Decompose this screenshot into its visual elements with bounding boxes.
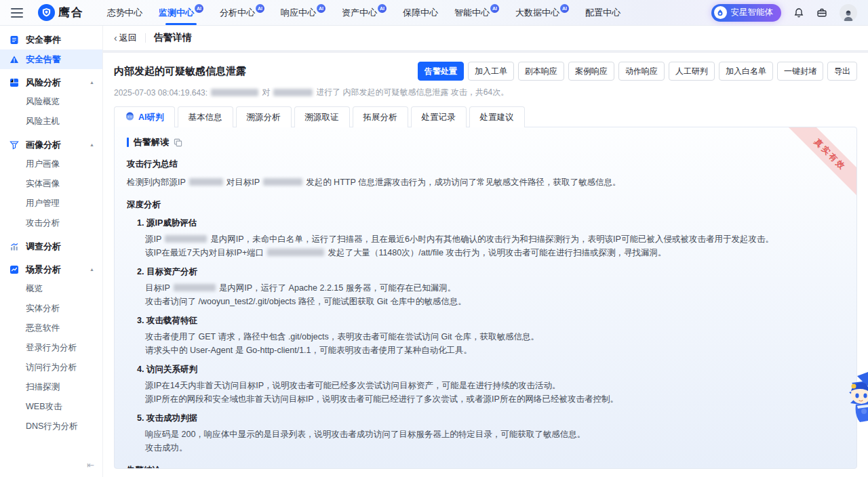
tab-ai-judgement[interactable]: AI研判 (114, 106, 175, 127)
redacted-target-ip (263, 178, 302, 186)
bar-chart-icon (9, 242, 20, 251)
tab-trace-evidence[interactable]: 溯源取证 (294, 106, 350, 127)
sidebar-item-entity-analysis[interactable]: 实体分析 (0, 299, 102, 318)
chevron-up-icon: ▲ (90, 80, 94, 85)
sidebar-item-entity-profile[interactable]: 实体画像 (0, 174, 102, 194)
brand-name: 鹰合 (58, 5, 84, 20)
case-response-button[interactable]: 案例响应 (568, 62, 614, 81)
chevron-up-icon: ▲ (90, 142, 94, 147)
analysis-line: 攻击者使用了 GET 请求，路径中包含 .git/objects，表明攻击者可能… (145, 331, 844, 344)
trend-box-icon (9, 265, 20, 274)
redacted-target-ip (273, 89, 313, 96)
alert-triangle-icon (9, 55, 20, 64)
tab-handling-record[interactable]: 处置记录 (411, 106, 467, 127)
notification-bell-icon[interactable] (793, 7, 804, 18)
analysis-line: 源IP所在的网段和安全域也非首天访问目标IP，说明攻击者可能已经进行了多次尝试，… (145, 393, 844, 407)
top-nav-items: 态势中心 监测中心AI 分析中心AI 响应中心AI 资产中心AI 保障中心 智能… (107, 0, 620, 25)
analysis-item: 1. 源IP威胁评估 源IP是内网IP，未命中白名单，运行了扫描器，且在最近6小… (137, 217, 844, 260)
sidebar-item-dns-behavior[interactable]: DNS行为分析 (0, 417, 102, 436)
analysis-line: 源IP是内网IP，未命中白名单，运行了扫描器，且在最近6小时内有其他确认的攻击行… (145, 233, 844, 247)
ai-badge-icon: AI (256, 4, 264, 13)
sidebar-group-scenario-analysis[interactable]: 场景分析▲ (0, 260, 102, 279)
sidebar-item-security-alerts[interactable]: 安全告警 (0, 49, 102, 69)
sidebar-item-user-profile[interactable]: 用户画像 (0, 154, 102, 174)
top-navbar: 鹰合 态势中心 监测中心AI 分析中心AI 响应中心AI 资产中心AI 保障中心… (0, 0, 868, 26)
page-title: 告警详情 (154, 32, 192, 44)
sidebar-item-login-behavior[interactable]: 登录行为分析 (0, 338, 102, 358)
nav-item-bigdata[interactable]: 大数据中心AI (515, 0, 569, 25)
sidebar-item-risk-hosts[interactable]: 风险主机 (0, 112, 102, 131)
sidebar-group-risk-analysis[interactable]: 风险分析▲ (0, 72, 102, 92)
chevron-up-icon: ▲ (90, 267, 94, 272)
main-area: ‹返回 告警详情 内部发起的可疑敏感信息泄露 告警处置 加入工单 剧本响应 案例… (103, 26, 868, 477)
detail-tabs: AI研判 基本信息 溯源分析 溯源取证 拓展分析 处置记录 处置建议 (114, 106, 857, 127)
alert-summary-line: 2025-07-03 08:04:19.643: 对 进行了 内部发起的可疑敏感… (114, 87, 857, 98)
tab-extended-analysis[interactable]: 拓展分析 (353, 106, 408, 127)
handle-alert-button[interactable]: 告警处置 (418, 62, 464, 81)
nav-item-analysis[interactable]: 分析中心AI (220, 0, 264, 25)
action-response-button[interactable]: 动作响应 (618, 62, 665, 81)
add-whitelist-button[interactable]: 加入白名单 (719, 62, 773, 81)
section-marker (127, 138, 129, 147)
analysis-line: 目标IP是内网IP，运行了 Apache 2.2.15 服务器，可能存在已知漏洞… (145, 282, 844, 295)
one-click-block-button[interactable]: 一键封堵 (777, 62, 823, 81)
copy-icon[interactable] (174, 138, 182, 147)
analysis-item: 3. 攻击载荷特征 攻击者使用了 GET 请求，路径中包含 .git/objec… (137, 315, 844, 357)
sidebar-item-access-behavior[interactable]: 访问行为分析 (0, 358, 102, 377)
analysis-line: 攻击成功。 (145, 442, 844, 455)
funnel-icon (9, 140, 20, 150)
user-avatar[interactable] (840, 4, 857, 22)
analysis-item: 5. 攻击成功判据 响应码是 200，响应体中显示的是目录列表，说明攻击者成功访… (137, 413, 844, 455)
summary-heading: 攻击行为总结 (127, 159, 844, 170)
analysis-line: 源IP在14天内非首天访问目标IP，说明攻击者可能已经多次尝试访问目标资产，可能… (145, 379, 844, 393)
tab-basic-info[interactable]: 基本信息 (178, 106, 233, 127)
add-ticket-button[interactable]: 加入工单 (468, 62, 514, 81)
redacted-source-ip (189, 178, 223, 186)
dashboard-icon (9, 78, 20, 87)
nav-item-intelligence[interactable]: 智能中心AI (454, 0, 499, 25)
sidebar-item-user-management[interactable]: 用户管理 (0, 194, 102, 213)
assistant-logo-icon (714, 6, 727, 19)
toolbox-icon[interactable] (816, 7, 827, 18)
redacted-target-ip (174, 284, 216, 291)
sidebar: 安全事件 安全告警 风险分析▲ 风险概览 风险主机 画像分析▲ 用户画像 实体画… (0, 26, 103, 477)
assistant-label: 安星智能体 (731, 7, 774, 18)
analysis-line: 响应码是 200，响应体中显示的是目录列表，说明攻击者成功访问了目标服务器上的特… (145, 428, 844, 442)
ai-badge-icon: AI (378, 4, 387, 13)
ai-badge-icon: AI (195, 4, 203, 13)
redacted-source-ip (165, 235, 207, 243)
back-button[interactable]: ‹返回 (114, 32, 137, 44)
sidebar-item-malware[interactable]: 恶意软件 (0, 318, 102, 338)
export-button[interactable]: 导出 (827, 62, 857, 81)
sidebar-item-web-attack[interactable]: WEB攻击 (0, 397, 102, 417)
page-header: ‹返回 告警详情 (103, 26, 868, 50)
nav-item-response[interactable]: 响应中心AI (281, 0, 326, 25)
summary-paragraph: 检测到内部源IP对目标IP发起的 HTTP 信息泄露攻击行为，成功访问了常见敏感… (127, 176, 844, 189)
divider (145, 33, 146, 43)
nav-item-config[interactable]: 配置中心 (585, 0, 620, 25)
assistant-mascot[interactable] (837, 368, 868, 436)
tab-trace-analysis[interactable]: 溯源分析 (236, 106, 292, 127)
nav-item-asset[interactable]: 资产中心AI (342, 0, 387, 25)
sidebar-item-investigation[interactable]: 调查分析 (0, 236, 102, 256)
redacted-ip-port (267, 249, 324, 256)
tab-handling-advice[interactable]: 处置建议 (469, 106, 525, 127)
sidebar-collapse-icon[interactable]: ⇤ (87, 460, 94, 470)
sidebar-item-risk-overview[interactable]: 风险概览 (0, 92, 102, 112)
menu-icon[interactable] (11, 8, 23, 18)
manual-judge-button[interactable]: 人工研判 (669, 62, 715, 81)
deep-analysis-list: 1. 源IP威胁评估 源IP是内网IP，未命中白名单，运行了扫描器，且在最近6小… (127, 217, 844, 455)
nav-item-situation[interactable]: 态势中心 (107, 0, 142, 25)
sidebar-item-overview[interactable]: 概览 (0, 279, 102, 299)
sidebar-item-attack-analysis[interactable]: 攻击分析 (0, 213, 102, 233)
nav-item-guarantee[interactable]: 保障中心 (403, 0, 438, 25)
ai-assistant-button[interactable]: 安星智能体 (711, 4, 782, 22)
sidebar-group-profile-analysis[interactable]: 画像分析▲ (0, 135, 102, 154)
sidebar-item-security-events[interactable]: 安全事件 (0, 30, 102, 49)
redacted-source-ip (211, 89, 258, 96)
nav-item-monitor[interactable]: 监测中心AI (159, 0, 203, 25)
playbook-response-button[interactable]: 剧本响应 (518, 62, 564, 81)
ai-badge-icon: AI (490, 4, 499, 13)
topnav-right: 安星智能体 (711, 4, 858, 22)
sidebar-item-scan-detect[interactable]: 扫描探测 (0, 377, 102, 397)
